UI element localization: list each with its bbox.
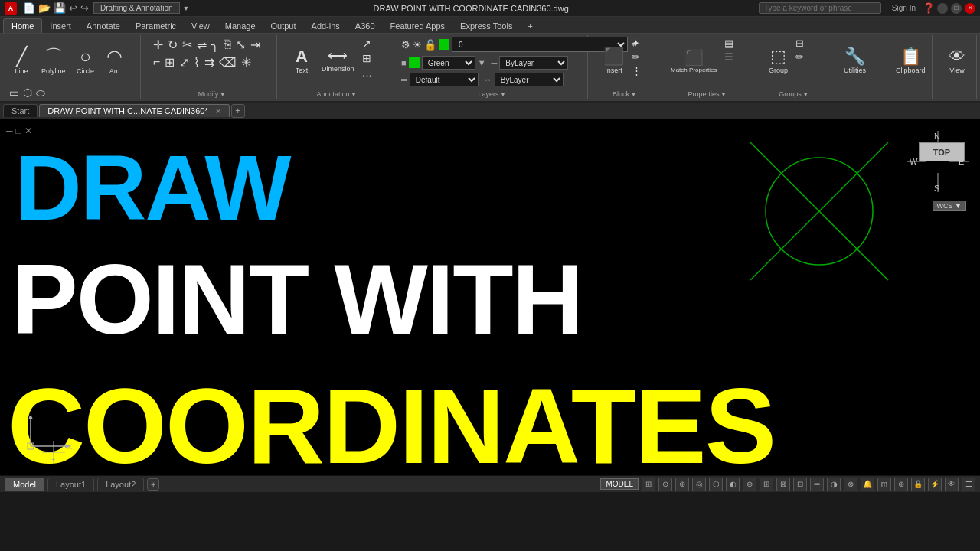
tab-manage[interactable]: Manage <box>217 19 263 33</box>
viewcube-top[interactable]: TOP <box>919 142 965 161</box>
redo-icon[interactable]: ↪ <box>80 2 89 14</box>
modify-group-label[interactable]: Modify ▼ <box>152 90 272 98</box>
layout2-tab[interactable]: Layout2 <box>97 478 144 491</box>
tab-annotate[interactable]: Annotate <box>79 19 128 33</box>
offset-button[interactable]: ⇉ <box>203 54 216 70</box>
erase-button[interactable]: ⌫ <box>217 54 238 70</box>
undo-icon[interactable]: ↩ <box>69 2 77 14</box>
insert-button[interactable]: ⬛ Insert <box>599 37 629 84</box>
extend-button[interactable]: ⇥ <box>249 37 262 53</box>
create-block-button[interactable]: ✦ <box>630 37 643 50</box>
scale-button[interactable]: ⤡ <box>234 37 247 53</box>
workspace-arrow[interactable]: ▼ <box>183 5 190 12</box>
more-colors-icon[interactable]: ▼ <box>478 58 486 67</box>
add-layout-button[interactable]: + <box>147 478 159 491</box>
polar-tracking-button[interactable]: ◎ <box>692 478 706 491</box>
lineweight-dropdown[interactable]: Default <box>410 73 479 86</box>
save-icon[interactable]: 💾 <box>54 2 66 14</box>
model-tab[interactable]: Model <box>5 478 44 491</box>
break-button[interactable]: ⌇ <box>192 54 201 70</box>
tab-start[interactable]: Start <box>3 104 38 117</box>
table-button[interactable]: ⊞ <box>361 51 374 65</box>
tab-featured-apps[interactable]: Featured Apps <box>383 19 453 33</box>
circle-button[interactable]: ○ Circle <box>72 37 100 84</box>
object-snap-button[interactable]: ◐ <box>726 478 740 491</box>
group-edit-button[interactable]: ✏ <box>794 51 805 64</box>
tab-plus[interactable]: + <box>520 19 540 33</box>
close-button[interactable]: ✕ <box>965 3 975 14</box>
groups-group-label[interactable]: Groups ▼ <box>764 90 823 98</box>
utilities-button[interactable]: 🔧 Utilities <box>839 37 871 84</box>
ortho-mode-button[interactable]: ⊕ <box>675 478 689 491</box>
tab-a360[interactable]: A360 <box>348 19 383 33</box>
close-tab-icon[interactable]: ✕ <box>215 107 221 116</box>
new-document-button[interactable]: + <box>231 104 245 118</box>
layer-freeze-icon[interactable]: ☀ <box>413 39 422 51</box>
snap-mode-button[interactable]: ⊙ <box>658 478 672 491</box>
properties-button[interactable]: ▤ <box>723 37 735 50</box>
ungroup-button[interactable]: ⊟ <box>794 37 805 50</box>
rectangle-button[interactable]: ▭ <box>8 86 21 100</box>
rotate-button[interactable]: ↻ <box>166 37 179 53</box>
text-button[interactable]: A Text <box>288 37 315 84</box>
viewport-close[interactable]: ✕ <box>24 126 32 136</box>
annotation-more[interactable]: … <box>361 66 374 80</box>
linescale-dropdown[interactable]: ByLayer <box>495 73 564 86</box>
dimension-button[interactable]: ⟷ Dimension <box>317 37 359 84</box>
layout1-tab[interactable]: Layout1 <box>47 478 94 491</box>
transparency-button[interactable]: ◑ <box>827 478 841 491</box>
block-group-label[interactable]: Block ▼ <box>599 90 650 98</box>
qp-button[interactable]: ⊕ <box>894 478 908 491</box>
ellipse-button[interactable]: ⬭ <box>34 86 47 100</box>
maximize-button[interactable]: □ <box>951 3 962 14</box>
copy-button[interactable]: ⎘ <box>222 37 233 53</box>
wcs-badge[interactable]: WCS ▼ <box>933 201 966 211</box>
edit-block-button[interactable]: ✏ <box>630 51 643 64</box>
group-button[interactable]: ⬚ Group <box>764 37 792 84</box>
color-dropdown[interactable]: Green <box>422 56 475 70</box>
3d-otrack-button[interactable]: ⊛ <box>743 478 756 491</box>
list-button[interactable]: ☰ <box>723 51 735 64</box>
annotation-group-label[interactable]: Annotation ▼ <box>288 90 385 98</box>
arc-button[interactable]: ◠ Arc <box>101 37 129 84</box>
sign-in-link[interactable]: Sign In <box>892 4 916 12</box>
isometric-button[interactable]: ⬡ <box>709 478 723 491</box>
polyline-button[interactable]: ⌒ Polyline <box>37 37 70 84</box>
minimize-button[interactable]: ─ <box>937 3 948 14</box>
layers-group-label[interactable]: Layers ▼ <box>401 90 583 98</box>
tab-view[interactable]: View <box>184 19 217 33</box>
tab-active-document[interactable]: DRAW POINT WITH C...NATE CADIN360* ✕ <box>39 104 230 117</box>
match-properties-button[interactable]: ⬛ Match Properties <box>666 37 721 84</box>
hardware-accel-button[interactable]: ⚡ <box>928 478 942 491</box>
move-button[interactable]: ✛ <box>152 37 165 53</box>
annotation-monitor-button[interactable]: 🔔 <box>861 478 874 491</box>
line-button[interactable]: ╱ Line <box>8 37 35 84</box>
color-green-swatch[interactable] <box>409 57 420 68</box>
polygon-button[interactable]: ⬡ <box>21 86 34 100</box>
workspace-dropdown[interactable]: Drafting & Annotation <box>93 2 180 14</box>
dyn-input-button[interactable]: ⊡ <box>793 478 807 491</box>
multileader-button[interactable]: ↗ <box>361 37 374 51</box>
tab-parametric[interactable]: Parametric <box>128 19 184 33</box>
properties-group-label[interactable]: Properties ▼ <box>666 90 748 98</box>
tab-home[interactable]: Home <box>3 18 42 33</box>
grid-display-button[interactable]: ⊞ <box>642 478 655 491</box>
chamfer-button[interactable]: ⌐ <box>152 54 162 70</box>
open-icon[interactable]: 📂 <box>38 2 51 14</box>
tab-output[interactable]: Output <box>263 19 304 33</box>
selection-cycling-button[interactable]: ⊗ <box>844 478 858 491</box>
clipboard-button[interactable]: 📋 Clipboard <box>891 37 930 84</box>
new-icon[interactable]: 📄 <box>23 2 35 14</box>
units-button[interactable]: m <box>877 478 891 491</box>
layer-color-swatch[interactable] <box>439 39 449 50</box>
ducs-button[interactable]: ⊠ <box>776 478 790 491</box>
tab-express-tools[interactable]: Express Tools <box>452 19 520 33</box>
linetype-dropdown[interactable]: ByLayer <box>499 56 568 70</box>
customize-button[interactable]: ☰ <box>962 478 975 491</box>
view-button[interactable]: 👁 View <box>943 37 971 84</box>
tab-insert[interactable]: Insert <box>42 19 79 33</box>
mirror-button[interactable]: ⇌ <box>195 37 208 53</box>
lock-ui-button[interactable]: 🔒 <box>911 478 925 491</box>
explode-button[interactable]: ✳ <box>240 54 253 70</box>
stretch-button[interactable]: ⤢ <box>178 54 191 70</box>
